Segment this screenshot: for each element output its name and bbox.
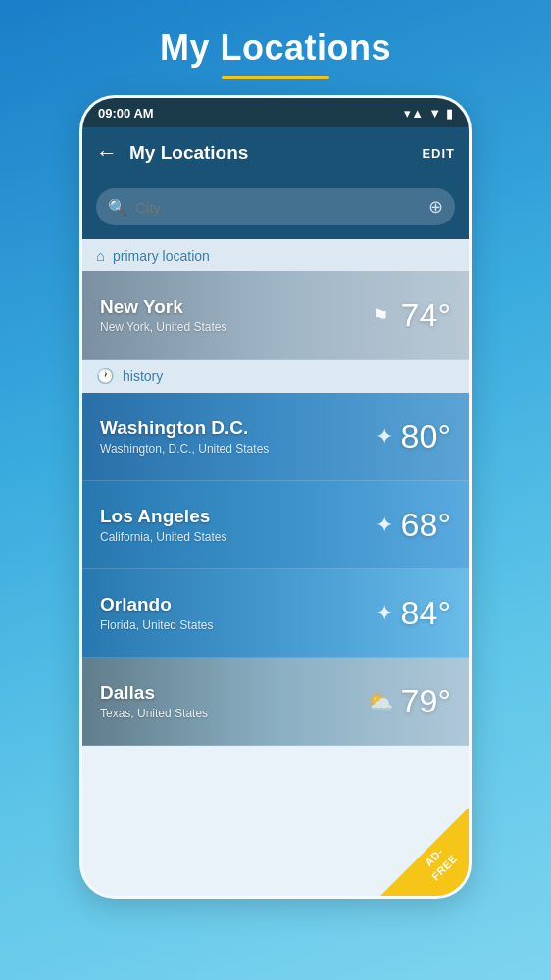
phone-shell: 09:00 AM ▾▲ ▼ ▮ ← My Locations EDIT 🔍 ⊕ … (79, 95, 472, 899)
app-bar: ← My Locations EDIT (82, 127, 469, 178)
history-header: 🕐 history (82, 360, 469, 393)
primary-location-header: ⌂ primary location (82, 239, 469, 271)
search-container: 🔍 ⊕ (82, 178, 469, 239)
status-time: 09:00 AM (98, 106, 154, 121)
sun-icon-la: ✦ (376, 513, 393, 538)
location-card-dallas[interactable]: Dallas Texas, United States ⛅ 79° (82, 658, 469, 746)
location-card-newyork[interactable]: New York New York, United States ⚑ 74° (82, 271, 469, 360)
battery-icon: ▮ (446, 106, 453, 121)
home-icon: ⌂ (96, 247, 105, 264)
card-info-newyork: New York New York, United States (100, 296, 372, 334)
sun-icon-orlando: ✦ (376, 601, 393, 626)
history-label: history (123, 368, 163, 384)
card-weather-dallas: ⛅ 79° (367, 682, 451, 720)
card-info-orlando: Orlando Florida, United States (100, 594, 376, 632)
windsock-icon: ⚑ (372, 304, 389, 327)
status-bar: 09:00 AM ▾▲ ▼ ▮ (82, 98, 469, 127)
card-info-dallas: Dallas Texas, United States (100, 682, 367, 720)
temp-newyork: 74° (401, 296, 451, 334)
city-name-dallas: Dallas (100, 682, 367, 704)
card-info-la: Los Angeles California, United States (100, 506, 376, 544)
temp-orlando: 84° (401, 594, 451, 632)
wifi-icon: ▾▲ (404, 106, 424, 121)
city-region-dallas: Texas, United States (100, 707, 367, 720)
city-name-washington: Washington D.C. (100, 417, 376, 439)
city-region-washington: Washington, D.C., United States (100, 442, 376, 456)
city-name-la: Los Angeles (100, 506, 376, 527)
city-name-newyork: New York (100, 296, 372, 318)
status-icons: ▾▲ ▼ ▮ (404, 106, 453, 121)
city-region-newyork: New York, United States (100, 320, 372, 334)
page-title: My Locations (160, 27, 391, 69)
back-button[interactable]: ← (96, 140, 118, 166)
primary-location-label: primary location (113, 248, 210, 264)
search-bar[interactable]: 🔍 ⊕ (96, 188, 455, 225)
location-card-la[interactable]: Los Angeles California, United States ✦ … (82, 481, 469, 569)
location-card-washington[interactable]: Washington D.C. Washington, D.C., United… (82, 393, 469, 481)
card-weather-newyork: ⚑ 74° (372, 296, 451, 334)
temp-washington: 80° (401, 417, 451, 456)
card-weather-la: ✦ 68° (376, 506, 451, 544)
scroll-content: ⌂ primary location New York New York, Un… (82, 239, 469, 896)
cloud-icon-dallas: ⛅ (367, 689, 393, 714)
signal-icon: ▼ (428, 106, 441, 121)
app-bar-title: My Locations (129, 142, 422, 164)
card-weather-washington: ✦ 80° (376, 417, 451, 456)
page-title-section: My Locations (0, 0, 551, 95)
card-weather-orlando: ✦ 84° (376, 594, 451, 632)
temp-dallas: 79° (401, 682, 451, 720)
card-info-washington: Washington D.C. Washington, D.C., United… (100, 417, 376, 456)
sun-icon-washington: ✦ (376, 424, 393, 450)
edit-button[interactable]: EDIT (422, 146, 455, 161)
search-icon: 🔍 (108, 198, 127, 217)
city-name-orlando: Orlando (100, 594, 376, 615)
location-card-orlando[interactable]: Orlando Florida, United States ✦ 84° (82, 569, 469, 658)
gps-location-icon[interactable]: ⊕ (428, 196, 443, 218)
city-region-orlando: Florida, United States (100, 618, 376, 632)
temp-la: 68° (401, 506, 451, 544)
title-underline (222, 76, 329, 79)
history-icon: 🕐 (96, 368, 115, 385)
city-region-la: California, United States (100, 530, 376, 544)
search-input[interactable] (135, 199, 421, 216)
